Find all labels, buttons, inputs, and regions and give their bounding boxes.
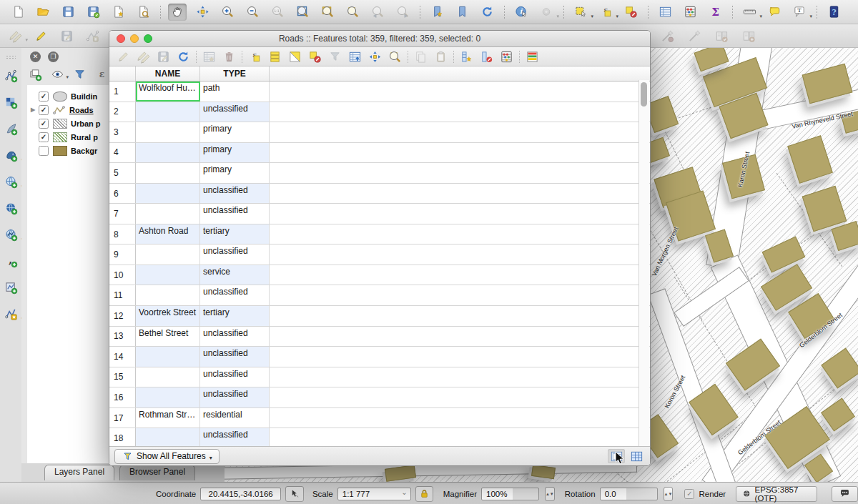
cell-rownum[interactable]: 18 (109, 428, 136, 448)
window-titlebar[interactable]: Roads :: Features total: 359, filtered: … (109, 31, 650, 47)
cell-rownum[interactable]: 2 (109, 102, 136, 122)
toggle-editing-icon[interactable] (31, 27, 50, 44)
expand-arrow-icon[interactable]: ▶ (27, 107, 39, 113)
add-spatialite-icon[interactable] (1, 120, 20, 138)
paste-features-icon[interactable] (432, 49, 449, 64)
cell-name[interactable] (136, 143, 200, 163)
add-feature-icon[interactable] (200, 49, 217, 64)
rotation-spinner[interactable]: ▲▼ (664, 487, 674, 501)
cell-rownum[interactable]: 11 (109, 285, 136, 305)
add-delimited-icon[interactable]: , (1, 252, 20, 270)
zoom-to-selected-icon[interactable] (386, 49, 403, 64)
cell-type[interactable]: unclassified (200, 327, 270, 347)
add-wms-icon[interactable] (1, 173, 20, 191)
pan-to-selection-icon[interactable] (193, 4, 212, 21)
filter-form-icon[interactable] (326, 49, 343, 64)
statistics-icon[interactable]: Σ (706, 4, 724, 21)
node-tool-alt-icon[interactable] (685, 27, 704, 44)
table-view-icon[interactable] (628, 449, 645, 463)
cell-rownum[interactable]: 4 (109, 143, 136, 163)
cell-name[interactable] (136, 122, 200, 142)
cell-type[interactable]: unclassified (200, 367, 270, 387)
cell-name[interactable] (136, 428, 200, 448)
layer-item-ruralp[interactable]: ✓Rural p (27, 130, 109, 144)
composer-manager-icon[interactable] (134, 4, 152, 21)
show-all-features-button[interactable]: Show All Features ▾ (114, 449, 220, 464)
header-rownum[interactable] (109, 66, 136, 81)
folder-open-icon[interactable] (34, 4, 52, 21)
cell-name[interactable] (136, 347, 200, 367)
zoom-full-icon[interactable] (293, 4, 312, 21)
delete-selected-icon[interactable] (220, 49, 237, 64)
cell-rownum[interactable]: 16 (109, 387, 136, 407)
cell-type[interactable]: unclassified (200, 428, 270, 448)
select-all-icon[interactable] (266, 49, 283, 64)
new-virtual-icon[interactable] (1, 305, 20, 323)
project-new-icon[interactable] (9, 4, 27, 21)
add-wfs-icon[interactable] (1, 226, 20, 244)
form-view-icon[interactable] (608, 449, 625, 463)
current-edits-icon[interactable] (6, 27, 24, 44)
table-row[interactable]: 2unclassified (109, 102, 650, 123)
cell-rownum[interactable]: 7 (109, 204, 136, 224)
magnifier-input[interactable]: 100% (481, 488, 539, 500)
zoom-in-icon[interactable] (218, 4, 237, 21)
layer-item-buildin[interactable]: ✓Buildin (27, 89, 109, 103)
cell-type[interactable]: unclassified (200, 347, 270, 367)
table-row[interactable]: 3primary (109, 122, 650, 143)
layer-item-roads[interactable]: ▶✓Roads (27, 103, 109, 117)
cell-type[interactable]: unclassified (200, 244, 270, 265)
bookmark-new-icon[interactable] (428, 4, 446, 21)
cell-rownum[interactable]: 12 (109, 306, 136, 326)
reload-icon[interactable] (174, 49, 192, 64)
cell-name[interactable] (136, 387, 200, 407)
add-raster-icon[interactable] (1, 94, 20, 112)
multi-edit-icon[interactable] (134, 49, 152, 64)
cell-rownum[interactable]: 17 (109, 408, 136, 428)
manage-visibility-icon[interactable] (49, 67, 65, 81)
close-window-icon[interactable] (117, 34, 125, 43)
refresh-icon[interactable] (478, 4, 496, 21)
magnifier-spinner[interactable]: ▲▼ (545, 487, 555, 501)
layer-item-backgr[interactable]: Backgr (27, 144, 109, 157)
scale-lock-button[interactable] (415, 486, 433, 502)
invert-selection-icon[interactable] (286, 49, 303, 64)
conditional-format-icon[interactable] (523, 49, 541, 64)
zoom-out-icon[interactable] (243, 4, 262, 21)
rotation-input[interactable]: 0.0 (600, 488, 658, 500)
measure-icon[interactable] (740, 4, 759, 21)
labels-new-icon[interactable] (739, 27, 758, 44)
add-feature-line-icon[interactable] (83, 27, 102, 44)
cell-name[interactable]: Wolfkloof Hu… (136, 81, 200, 102)
map-tips-icon[interactable] (765, 4, 784, 21)
layer-visibility-checkbox[interactable] (39, 146, 49, 156)
tab-browser-panel[interactable]: Browser Panel (119, 465, 195, 480)
toolbar-grip[interactable] (6, 55, 16, 59)
delete-column-icon[interactable] (478, 49, 495, 64)
filter-expression-icon[interactable]: ε (94, 67, 109, 81)
cell-type[interactable]: primary (200, 122, 270, 142)
add-group-icon[interactable] (27, 67, 43, 81)
zoom-last-icon[interactable] (368, 4, 387, 21)
help-icon[interactable]: ? (824, 4, 843, 21)
deselect-all-icon[interactable] (306, 49, 323, 64)
cell-type[interactable]: tertiary (200, 224, 270, 244)
cell-type[interactable]: path (200, 81, 270, 102)
detach-panel-icon[interactable]: ❐ (48, 51, 59, 62)
cell-rownum[interactable]: 5 (109, 163, 136, 183)
pan-to-selected-icon[interactable] (366, 49, 383, 64)
table-row[interactable]: 16unclassified (109, 387, 650, 408)
cell-rownum[interactable]: 10 (109, 265, 136, 285)
add-vector-icon[interactable] (1, 67, 20, 85)
vertical-scrollbar[interactable] (638, 80, 649, 446)
zoom-to-selection-icon[interactable] (343, 4, 362, 21)
table-row[interactable]: 10service (109, 265, 650, 286)
maptips-gear-icon[interactable] (537, 4, 556, 21)
cell-type[interactable]: tertiary (200, 306, 270, 326)
layer-visibility-checkbox[interactable]: ✓ (39, 119, 49, 129)
cell-rownum[interactable]: 14 (109, 347, 136, 367)
table-row[interactable]: 13Bethel Streetunclassified (109, 327, 650, 347)
cell-name[interactable] (136, 102, 200, 122)
select-expression-icon[interactable]: ε (246, 49, 263, 64)
cell-name[interactable] (136, 244, 200, 265)
